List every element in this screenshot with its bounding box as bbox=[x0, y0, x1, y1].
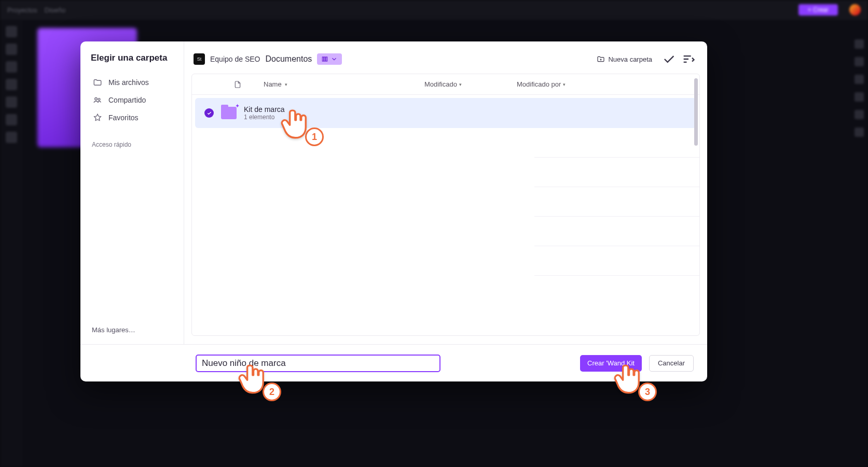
main-panel: St Equipo de SEO Documentos Nueva carpet… bbox=[184, 41, 707, 344]
list-header: Name ▾ Modificado ▾ Modificado por ▾ bbox=[192, 74, 699, 95]
column-label: Name bbox=[264, 80, 282, 88]
check-icon bbox=[662, 52, 676, 66]
bg-title-2: Diseño bbox=[45, 6, 65, 14]
column-header-modified-by[interactable]: Modificado por ▾ bbox=[517, 80, 566, 88]
create-button[interactable]: Crear 'Wand Kit bbox=[580, 355, 642, 372]
cancel-button[interactable]: Cancelar bbox=[649, 355, 694, 372]
column-label: Modificado por bbox=[517, 80, 561, 88]
file-icon bbox=[233, 80, 242, 89]
svg-point-0 bbox=[95, 98, 98, 101]
folder-icon bbox=[93, 78, 102, 87]
svg-rect-3 bbox=[324, 57, 325, 61]
name-input[interactable] bbox=[196, 355, 440, 372]
sidebar-item-label: Mis archivos bbox=[108, 78, 149, 87]
sidebar-item-my-files[interactable]: Mis archivos bbox=[90, 74, 182, 91]
sidebar-item-favorites[interactable]: Favoritos bbox=[90, 109, 182, 126]
new-folder-icon bbox=[597, 55, 605, 63]
bg-title-1: Proyectos bbox=[7, 6, 37, 14]
chevron-down-icon: ▾ bbox=[285, 82, 287, 87]
column-header-name[interactable]: Name ▾ bbox=[264, 80, 398, 88]
new-folder-label: Nueva carpeta bbox=[608, 55, 652, 63]
column-header-modified[interactable]: Modificado ▾ bbox=[424, 80, 513, 88]
chevron-down-icon: ▾ bbox=[459, 82, 462, 87]
sparkle-icon: ✦ bbox=[235, 103, 240, 109]
dialog-footer: Crear 'Wand Kit Cancelar bbox=[80, 344, 707, 381]
chevron-down-icon: ▾ bbox=[563, 82, 566, 87]
star-icon bbox=[93, 113, 102, 122]
dialog-title: Elegir una carpeta bbox=[90, 53, 182, 63]
view-columns-chip[interactable] bbox=[317, 53, 342, 65]
confirm-check-button[interactable] bbox=[662, 52, 676, 66]
bg-create-button: + Crear bbox=[798, 4, 838, 16]
sidebar-item-label: Favoritos bbox=[108, 114, 139, 122]
column-label: Modificado bbox=[424, 80, 457, 88]
folder-row[interactable]: ✦ Kit de marca 1 elemento bbox=[195, 98, 696, 128]
breadcrumb-bar: St Equipo de SEO Documentos Nueva carpet… bbox=[184, 41, 707, 74]
svg-point-1 bbox=[98, 98, 100, 101]
empty-rows-divider bbox=[192, 157, 699, 276]
file-list: Name ▾ Modificado ▾ Modificado por ▾ bbox=[191, 74, 700, 336]
bg-avatar bbox=[849, 4, 861, 16]
chevron-down-icon bbox=[330, 55, 338, 63]
new-folder-button[interactable]: Nueva carpeta bbox=[593, 52, 656, 66]
row-subtitle: 1 elemento bbox=[244, 114, 285, 121]
sidebar-quick-access-label: Acceso rápido bbox=[90, 141, 182, 148]
sidebar-more-places[interactable]: Más lugares… bbox=[90, 322, 182, 338]
sort-options-button[interactable] bbox=[681, 52, 696, 66]
breadcrumb-section[interactable]: Documentos bbox=[266, 54, 312, 64]
sort-icon bbox=[681, 52, 696, 66]
scrollbar-thumb[interactable] bbox=[694, 78, 698, 146]
team-badge: St bbox=[194, 53, 205, 65]
row-name: Kit de marca bbox=[244, 105, 285, 114]
save-to-folder-dialog: Elegir una carpeta Mis archivos Comparti… bbox=[80, 41, 707, 381]
svg-rect-4 bbox=[326, 57, 327, 61]
folder-icon: ✦ bbox=[221, 107, 237, 119]
sidebar-item-shared[interactable]: Compartido bbox=[90, 91, 182, 109]
sidebar-item-label: Compartido bbox=[108, 96, 146, 104]
svg-rect-2 bbox=[323, 57, 324, 61]
sidebar: Elegir una carpeta Mis archivos Comparti… bbox=[80, 41, 184, 344]
breadcrumb-team[interactable]: Equipo de SEO bbox=[210, 55, 260, 63]
people-icon bbox=[93, 95, 102, 105]
row-selected-check[interactable] bbox=[204, 108, 214, 118]
